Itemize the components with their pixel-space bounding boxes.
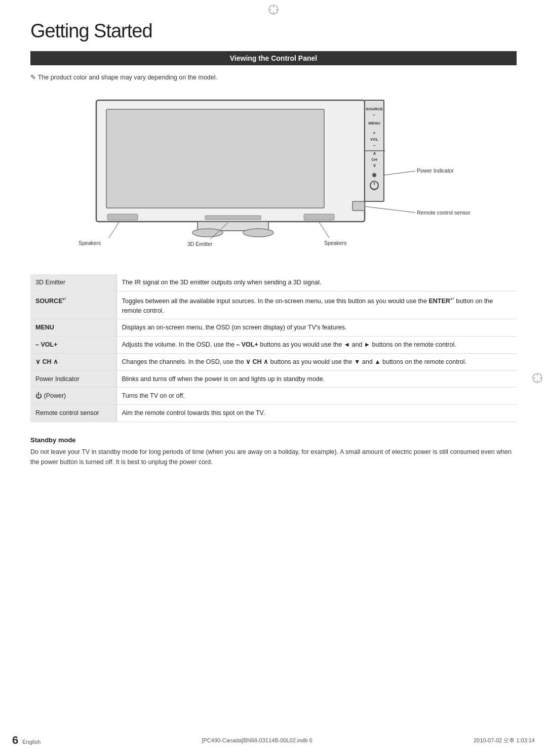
table-row: Remote control sensor Aim the remote con… bbox=[30, 405, 517, 422]
svg-line-35 bbox=[109, 222, 119, 238]
tv-diagram-area: SAMSUNG SOURCE ↵ MENU + VOL – ∧ CH ∨ bbox=[30, 90, 517, 262]
table-cell-label: Power Indicator bbox=[30, 370, 116, 388]
svg-rect-43 bbox=[205, 216, 261, 220]
table-cell-desc: The IR signal on the 3D emitter outputs … bbox=[116, 274, 517, 291]
top-compass-icon bbox=[268, 4, 279, 15]
table-cell-label: 3D Emitter bbox=[30, 274, 116, 291]
table-cell-label: Remote control sensor bbox=[30, 405, 116, 422]
table-cell-label: SOURCE↵ bbox=[30, 291, 116, 319]
table-row: ∨ CH ∧ Changes the channels. In the OSD,… bbox=[30, 353, 517, 370]
footer-left: [PC490-Canada]BN68-03114B-00L02.indb 6 bbox=[202, 737, 312, 743]
table-cell-desc: Changes the channels. In the OSD, use th… bbox=[116, 353, 517, 370]
tv-diagram-svg: SAMSUNG SOURCE ↵ MENU + VOL – ∧ CH ∨ bbox=[30, 90, 517, 257]
info-table: 3D Emitter The IR signal on the 3D emitt… bbox=[30, 274, 517, 422]
svg-text:3D Emitter: 3D Emitter bbox=[187, 241, 213, 247]
svg-line-32 bbox=[365, 206, 415, 213]
page-title: Getting Started bbox=[30, 20, 517, 42]
table-cell-label: ∨ CH ∧ bbox=[30, 353, 116, 370]
svg-point-27 bbox=[372, 173, 376, 177]
svg-text:Speakers: Speakers bbox=[79, 240, 101, 246]
svg-line-39 bbox=[319, 222, 329, 238]
table-cell-desc: Blinks and turns off when the power is o… bbox=[116, 370, 517, 388]
table-cell-label: – VOL+ bbox=[30, 337, 116, 354]
svg-text:∨: ∨ bbox=[373, 163, 376, 168]
table-row: SOURCE↵ Toggles between all the availabl… bbox=[30, 291, 517, 319]
svg-text:–: – bbox=[373, 143, 375, 148]
standby-title: Standby mode bbox=[30, 436, 517, 444]
svg-text:Remote control sensor: Remote control sensor bbox=[417, 209, 471, 216]
table-row: 3D Emitter The IR signal on the 3D emitt… bbox=[30, 274, 517, 291]
table-cell-desc: Aim the remote control towards this spot… bbox=[116, 405, 517, 422]
right-compass-icon bbox=[532, 372, 543, 384]
svg-text:MENU: MENU bbox=[368, 121, 380, 125]
standby-text: Do not leave your TV in standby mode for… bbox=[30, 447, 517, 467]
svg-text:+: + bbox=[373, 131, 375, 136]
svg-text:Power Indicator: Power Indicator bbox=[417, 167, 454, 174]
section-header: Viewing the Control Panel bbox=[30, 51, 517, 65]
svg-rect-41 bbox=[107, 214, 138, 220]
table-cell-desc: Toggles between all the available input … bbox=[116, 291, 517, 319]
table-cell-desc: Turns the TV on or off. bbox=[116, 388, 517, 405]
table-row: – VOL+ Adjusts the volume. In the OSD, u… bbox=[30, 337, 517, 354]
svg-text:↵: ↵ bbox=[373, 113, 376, 117]
svg-text:SOURCE: SOURCE bbox=[366, 107, 383, 111]
table-cell-label: ⏻ (Power) bbox=[30, 388, 116, 405]
page-number: 6 bbox=[12, 734, 18, 747]
svg-rect-11 bbox=[106, 109, 324, 208]
table-row: ⏻ (Power) Turns the TV on or off. bbox=[30, 388, 517, 405]
note-text: The product color and shape may vary dep… bbox=[30, 73, 517, 81]
svg-point-14 bbox=[192, 229, 223, 237]
svg-rect-34 bbox=[353, 201, 365, 211]
table-cell-desc: Displays an on-screen menu, the OSD (on … bbox=[116, 319, 517, 337]
svg-text:CH: CH bbox=[371, 157, 377, 162]
svg-rect-42 bbox=[304, 214, 334, 220]
table-cell-label: MENU bbox=[30, 319, 116, 337]
svg-text:VOL: VOL bbox=[370, 137, 379, 142]
svg-text:∧: ∧ bbox=[373, 151, 376, 156]
svg-text:Speakers: Speakers bbox=[324, 240, 346, 246]
page-language: English bbox=[22, 739, 41, 745]
page-footer: 6 English [PC490-Canada]BN68-03114B-00L0… bbox=[0, 734, 547, 747]
table-row: Power Indicator Blinks and turns off whe… bbox=[30, 370, 517, 388]
page-number-area: 6 English bbox=[12, 734, 41, 747]
footer-right: 2010-07-02 오후 1:03:14 bbox=[474, 737, 535, 744]
svg-line-30 bbox=[384, 171, 415, 175]
table-row: MENU Displays an on-screen menu, the OSD… bbox=[30, 319, 517, 337]
table-cell-desc: Adjusts the volume. In the OSD, use the … bbox=[116, 337, 517, 354]
standby-section: Standby mode Do not leave your TV in sta… bbox=[30, 436, 517, 467]
svg-point-15 bbox=[243, 229, 274, 237]
